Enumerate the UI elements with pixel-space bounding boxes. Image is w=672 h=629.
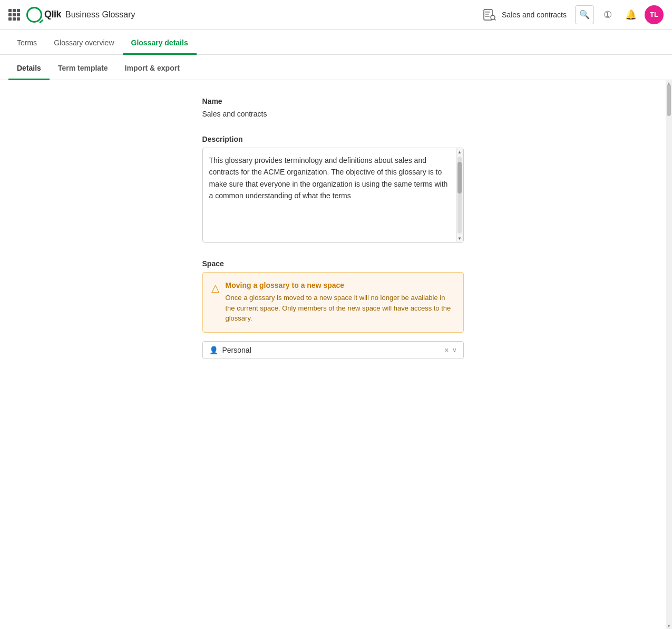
desc-scroll-thumb (457, 162, 462, 193)
glossary-icon (481, 6, 498, 23)
top-nav-right: 🔍 ① 🔔 TL (575, 5, 664, 24)
tab-terms[interactable]: Terms (8, 32, 45, 55)
app-title: Business Glossary (65, 10, 135, 20)
svg-rect-3 (485, 16, 490, 17)
logo-area: Qlik Business Glossary (26, 7, 135, 23)
desc-scroll-up-arrow[interactable]: ▲ (456, 148, 463, 156)
warning-title: Moving a glossary to a new space (226, 281, 455, 289)
space-clear-button[interactable]: × (444, 346, 449, 354)
description-scrollbar[interactable]: ▲ ▼ (456, 148, 463, 242)
description-content: This glossary provides terminology and d… (203, 148, 463, 242)
tab-term-template[interactable]: Term template (50, 57, 116, 80)
help-button[interactable]: ① (598, 5, 617, 24)
center-area: Sales and contracts (481, 6, 567, 23)
user-icon: 👤 (209, 346, 218, 354)
space-field-group: Space △ Moving a glossary to a new space… (202, 259, 464, 359)
description-field-group: Description This glossary provides termi… (202, 135, 464, 243)
scrollbar-thumb (667, 84, 671, 116)
bell-icon: 🔔 (625, 9, 637, 21)
search-icon: 🔍 (579, 9, 590, 20)
name-label: Name (202, 97, 464, 105)
main-area: Name Sales and contracts Description Thi… (0, 80, 672, 629)
desc-scroll-down-arrow[interactable]: ▼ (456, 235, 463, 242)
glossary-book-svg (482, 8, 496, 22)
description-box: This glossary provides terminology and d… (202, 148, 464, 243)
search-button[interactable]: 🔍 (575, 5, 594, 24)
space-chevron-icon[interactable]: ∨ (452, 346, 457, 354)
top-nav-left: Qlik Business Glossary (8, 7, 472, 23)
warning-text: Once a glossary is moved to a new space … (226, 293, 455, 324)
content-scroll[interactable]: Name Sales and contracts Description Thi… (0, 80, 666, 629)
grid-menu-icon[interactable] (8, 9, 20, 21)
space-value: Personal (222, 346, 441, 354)
content-inner: Name Sales and contracts Description Thi… (186, 97, 481, 359)
secondary-tabs: Details Term template Import & export (0, 55, 672, 80)
tab-glossary-details[interactable]: Glossary details (123, 32, 197, 55)
main-scrollbar[interactable]: ▲ ▼ (666, 80, 672, 629)
top-nav: Qlik Business Glossary Sales and contrac… (0, 0, 672, 30)
scrollbar-down-arrow[interactable]: ▼ (666, 623, 672, 629)
warning-triangle-icon: △ (211, 282, 219, 324)
primary-tabs: Terms Glossary overview Glossary details (0, 30, 672, 55)
name-value: Sales and contracts (202, 110, 464, 118)
space-label: Space (202, 259, 464, 268)
warning-box: △ Moving a glossary to a new space Once … (202, 272, 464, 333)
description-label: Description (202, 135, 464, 143)
warning-content: Moving a glossary to a new space Once a … (226, 281, 455, 324)
glossary-name: Sales and contracts (502, 11, 567, 19)
desc-scroll-track (457, 157, 462, 234)
space-selector[interactable]: 👤 Personal × ∨ (202, 341, 464, 359)
qlik-logo-text: Qlik (44, 9, 61, 20)
svg-rect-1 (485, 12, 490, 13)
name-field-group: Name Sales and contracts (202, 97, 464, 118)
svg-line-5 (494, 19, 495, 20)
svg-rect-2 (485, 14, 489, 15)
qlik-logo-icon (26, 7, 42, 23)
notifications-button[interactable]: 🔔 (621, 5, 640, 24)
user-avatar[interactable]: TL (645, 5, 664, 24)
tab-details[interactable]: Details (8, 57, 50, 80)
qlik-brand: Qlik (26, 7, 61, 23)
tab-import-export[interactable]: Import & export (116, 57, 188, 80)
space-select-actions: × ∨ (444, 346, 456, 354)
tab-glossary-overview[interactable]: Glossary overview (45, 32, 122, 55)
help-icon: ① (603, 9, 612, 21)
